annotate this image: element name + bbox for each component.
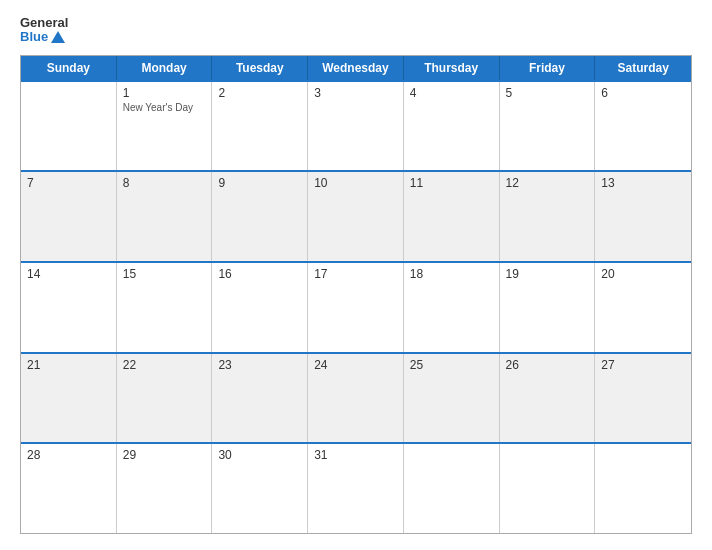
calendar-week-2: 78910111213 — [21, 170, 691, 261]
day-number: 19 — [506, 267, 589, 281]
calendar-body: 1New Year's Day2345678910111213141516171… — [21, 80, 691, 533]
header-day-tuesday: Tuesday — [212, 56, 308, 80]
calendar-cell: 9 — [212, 172, 308, 261]
calendar-cell: 27 — [595, 354, 691, 443]
calendar-cell: 19 — [500, 263, 596, 352]
day-number: 29 — [123, 448, 206, 462]
day-number: 1 — [123, 86, 206, 100]
calendar-cell: 4 — [404, 82, 500, 171]
header-day-sunday: Sunday — [21, 56, 117, 80]
calendar-cell: 13 — [595, 172, 691, 261]
calendar-cell: 5 — [500, 82, 596, 171]
calendar-grid: SundayMondayTuesdayWednesdayThursdayFrid… — [20, 55, 692, 534]
header-day-saturday: Saturday — [595, 56, 691, 80]
calendar-cell: 10 — [308, 172, 404, 261]
calendar-cell: 23 — [212, 354, 308, 443]
day-number: 18 — [410, 267, 493, 281]
logo-triangle — [51, 31, 65, 43]
calendar-cell: 3 — [308, 82, 404, 171]
calendar-cell: 22 — [117, 354, 213, 443]
day-number: 26 — [506, 358, 589, 372]
logo-blue: Blue — [20, 30, 68, 44]
day-number: 6 — [601, 86, 685, 100]
day-number: 13 — [601, 176, 685, 190]
logo-general: General — [20, 16, 68, 30]
calendar-cell: 14 — [21, 263, 117, 352]
day-number: 17 — [314, 267, 397, 281]
calendar-cell — [595, 444, 691, 533]
header-day-friday: Friday — [500, 56, 596, 80]
day-number: 11 — [410, 176, 493, 190]
calendar-cell: 17 — [308, 263, 404, 352]
day-number: 30 — [218, 448, 301, 462]
day-number: 20 — [601, 267, 685, 281]
day-number: 31 — [314, 448, 397, 462]
calendar-cell: 20 — [595, 263, 691, 352]
day-number: 28 — [27, 448, 110, 462]
header-day-thursday: Thursday — [404, 56, 500, 80]
day-number: 2 — [218, 86, 301, 100]
calendar-cell: 12 — [500, 172, 596, 261]
day-number: 4 — [410, 86, 493, 100]
calendar-cell: 21 — [21, 354, 117, 443]
calendar-cell: 11 — [404, 172, 500, 261]
calendar-page: General Blue SundayMondayTuesdayWednesda… — [0, 0, 712, 550]
calendar-cell — [500, 444, 596, 533]
calendar-cell: 2 — [212, 82, 308, 171]
calendar-week-5: 28293031 — [21, 442, 691, 533]
day-number: 16 — [218, 267, 301, 281]
logo: General Blue — [20, 16, 68, 45]
calendar-cell — [404, 444, 500, 533]
page-header: General Blue — [20, 16, 692, 45]
calendar-cell: 8 — [117, 172, 213, 261]
calendar-cell: 1New Year's Day — [117, 82, 213, 171]
holiday-label: New Year's Day — [123, 102, 206, 113]
calendar-cell: 7 — [21, 172, 117, 261]
calendar-cell: 15 — [117, 263, 213, 352]
day-number: 8 — [123, 176, 206, 190]
day-number: 10 — [314, 176, 397, 190]
day-number: 25 — [410, 358, 493, 372]
calendar-cell: 30 — [212, 444, 308, 533]
calendar-header: SundayMondayTuesdayWednesdayThursdayFrid… — [21, 56, 691, 80]
calendar-week-1: 1New Year's Day23456 — [21, 80, 691, 171]
day-number: 12 — [506, 176, 589, 190]
day-number: 15 — [123, 267, 206, 281]
calendar-cell: 26 — [500, 354, 596, 443]
day-number: 21 — [27, 358, 110, 372]
day-number: 7 — [27, 176, 110, 190]
day-number: 5 — [506, 86, 589, 100]
calendar-cell: 28 — [21, 444, 117, 533]
calendar-cell: 24 — [308, 354, 404, 443]
calendar-cell: 6 — [595, 82, 691, 171]
day-number: 24 — [314, 358, 397, 372]
day-number: 23 — [218, 358, 301, 372]
calendar-cell: 25 — [404, 354, 500, 443]
calendar-week-4: 21222324252627 — [21, 352, 691, 443]
day-number: 14 — [27, 267, 110, 281]
day-number: 22 — [123, 358, 206, 372]
day-number: 3 — [314, 86, 397, 100]
header-day-monday: Monday — [117, 56, 213, 80]
calendar-cell: 18 — [404, 263, 500, 352]
header-day-wednesday: Wednesday — [308, 56, 404, 80]
calendar-cell: 29 — [117, 444, 213, 533]
day-number: 9 — [218, 176, 301, 190]
calendar-cell: 31 — [308, 444, 404, 533]
calendar-week-3: 14151617181920 — [21, 261, 691, 352]
day-number: 27 — [601, 358, 685, 372]
calendar-cell — [21, 82, 117, 171]
calendar-cell: 16 — [212, 263, 308, 352]
